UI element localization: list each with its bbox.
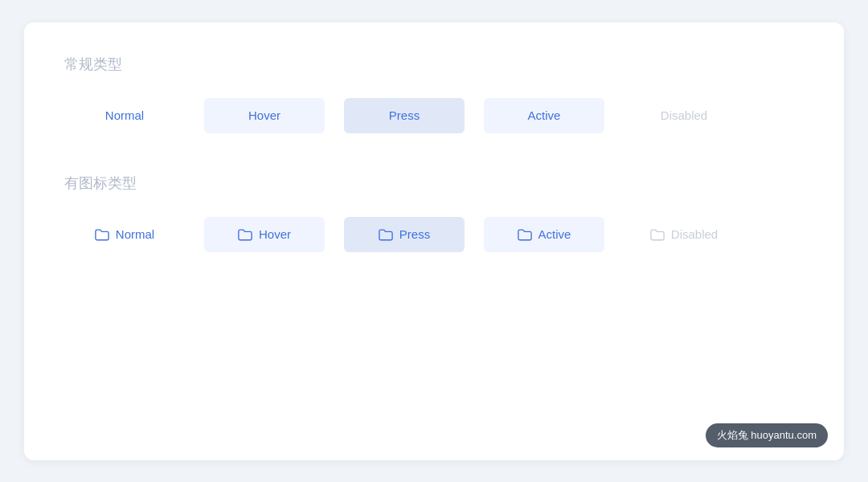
btn-icon-press-label: Press [399,227,430,241]
btn-disabled-label: Disabled [661,108,707,122]
btn-hover-label: Hover [248,108,280,122]
btn-normal-label: Normal [105,108,144,122]
folder-icon-press [379,227,393,242]
btn-icon-hover[interactable]: Hover [204,217,325,252]
btn-icon-press[interactable]: Press [344,217,465,252]
btn-icon-normal-label: Normal [116,227,154,241]
btn-icon-normal[interactable]: Normal [64,217,185,252]
folder-icon-active [518,227,532,242]
regular-section-title: 常规类型 [64,55,804,74]
btn-press-label: Press [389,108,420,122]
btn-press[interactable]: Press [344,98,465,133]
btn-normal[interactable]: Normal [64,98,185,133]
btn-disabled: Disabled [624,98,744,133]
icon-section: 有图标类型 Normal Hover Press [64,174,804,252]
btn-active[interactable]: Active [484,98,604,133]
btn-icon-hover-label: Hover [259,227,291,241]
btn-icon-disabled-label: Disabled [671,227,718,241]
btn-icon-active-label: Active [538,227,571,241]
icon-buttons-row: Normal Hover Press Active [64,217,804,252]
btn-icon-disabled: Disabled [624,217,744,252]
regular-section: 常规类型 Normal Hover Press Active Disabled [64,55,804,133]
folder-icon-normal [95,227,109,242]
btn-icon-active[interactable]: Active [484,217,604,252]
folder-icon-hover [238,227,252,242]
btn-active-label: Active [528,108,561,122]
folder-icon-disabled [650,227,665,242]
watermark: 火焰兔 huoyantu.com [706,423,828,447]
main-card: 常规类型 Normal Hover Press Active Disabled … [24,22,844,460]
icon-section-title: 有图标类型 [64,174,804,193]
btn-hover[interactable]: Hover [204,98,325,133]
regular-buttons-row: Normal Hover Press Active Disabled [64,98,804,133]
